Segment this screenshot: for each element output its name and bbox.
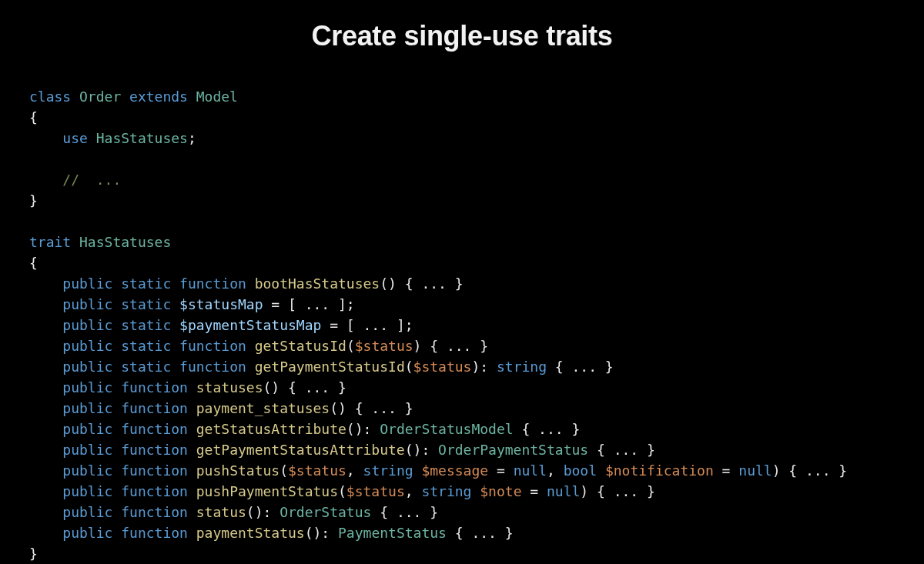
keyword-function: function — [121, 421, 188, 437]
keyword-extends: extends — [129, 88, 188, 105]
keyword-public: public — [62, 359, 112, 375]
keyword-static: static — [121, 296, 171, 312]
paren-open: ( — [405, 359, 413, 375]
body: { ... } — [447, 525, 514, 541]
class-name: Order — [79, 88, 121, 105]
colon: (): — [305, 525, 338, 541]
return-type: PaymentStatus — [338, 525, 447, 541]
keyword-function: function — [179, 359, 246, 375]
paren-close: ) { ... } — [413, 338, 489, 354]
param-var: $note — [480, 483, 521, 499]
null-keyword: null — [514, 462, 547, 479]
body: { ... } — [371, 504, 438, 520]
function-name: pushStatus — [196, 462, 280, 479]
type-hint: string — [363, 462, 413, 479]
space — [471, 483, 480, 499]
body: { ... } — [588, 442, 655, 458]
keyword-public: public — [62, 462, 112, 479]
keyword-use: use — [62, 130, 88, 146]
body: { ... } — [514, 421, 581, 437]
keyword-function: function — [121, 400, 188, 416]
space — [597, 462, 605, 479]
paren-close: ): — [471, 359, 497, 375]
brace-open: { — [29, 109, 38, 125]
keyword-public: public — [62, 483, 112, 499]
colon: (): — [346, 421, 380, 437]
paren-close: ) { ... } — [772, 462, 848, 479]
paren-open: ( — [346, 338, 355, 354]
keyword-public: public — [62, 442, 112, 458]
slide-title: Create single-use traits — [0, 20, 924, 52]
keyword-function: function — [121, 483, 188, 499]
comment: // ... — [62, 172, 121, 188]
space — [413, 462, 422, 479]
keyword-public: public — [62, 421, 112, 437]
function-name: status — [196, 504, 246, 520]
keyword-function: function — [121, 462, 188, 479]
semicolon: ; — [188, 130, 196, 146]
return-type: string — [497, 359, 547, 375]
keyword-trait: trait — [29, 234, 71, 250]
type-hint: bool — [564, 462, 597, 479]
keyword-public: public — [62, 400, 112, 416]
function-name: bootHasStatuses — [255, 275, 380, 292]
param-var: $message — [421, 462, 488, 479]
keyword-static: static — [121, 338, 171, 354]
code-block: class Order extends Model { use HasStatu… — [0, 86, 924, 564]
param-var: $notification — [605, 462, 714, 479]
brace-close: } — [29, 192, 38, 209]
keyword-class: class — [29, 88, 71, 105]
keyword-public: public — [62, 296, 112, 312]
keyword-function: function — [121, 442, 188, 458]
param-var: $status — [288, 462, 346, 479]
function-name: getStatusId — [255, 338, 346, 354]
function-name: getPaymentStatusAttribute — [196, 442, 405, 458]
assign: = [ ... ]; — [321, 317, 413, 333]
null-keyword: null — [547, 483, 580, 499]
keyword-function: function — [121, 525, 188, 541]
paren-close: ) { ... } — [580, 483, 655, 499]
variable: $statusMap — [179, 296, 263, 312]
keyword-static: static — [121, 275, 171, 292]
comma: , — [405, 483, 422, 499]
param-var: $status — [355, 338, 413, 354]
comma: , — [346, 462, 363, 479]
function-name: statuses — [196, 379, 263, 395]
return-type: OrderPaymentStatus — [438, 442, 588, 458]
trait-name: HasStatuses — [79, 234, 171, 250]
function-name: pushPaymentStatus — [196, 483, 338, 499]
keyword-public: public — [62, 317, 112, 333]
code-line: class Order extends Model — [29, 88, 238, 105]
keyword-public: public — [62, 379, 112, 395]
comma: , — [547, 462, 564, 479]
body: () { ... } — [263, 379, 346, 395]
body: { ... } — [397, 275, 464, 292]
trait-name: HasStatuses — [96, 130, 188, 146]
keyword-function: function — [121, 379, 188, 395]
keyword-function: function — [179, 338, 246, 354]
paren-open: ( — [280, 462, 288, 479]
return-type: OrderStatus — [280, 504, 371, 520]
colon: (): — [246, 504, 280, 520]
keyword-public: public — [62, 275, 112, 292]
parens: () — [380, 275, 397, 292]
keyword-public: public — [62, 338, 112, 354]
equals: = — [714, 462, 739, 479]
brace-open: { — [29, 255, 38, 271]
keyword-function: function — [179, 275, 246, 292]
class-name: Model — [196, 88, 238, 105]
type-hint: string — [421, 483, 471, 499]
function-name: getPaymentStatusId — [255, 359, 405, 375]
colon: (): — [405, 442, 438, 458]
body: () { ... } — [330, 400, 413, 416]
function-name: getStatusAttribute — [196, 421, 346, 437]
keyword-function: function — [121, 504, 188, 520]
keyword-public: public — [62, 504, 112, 520]
paren-open: ( — [338, 483, 346, 499]
return-type: OrderStatusModel — [380, 421, 513, 437]
variable: $paymentStatusMap — [179, 317, 321, 333]
function-name: payment_statuses — [196, 400, 330, 416]
equals: = — [488, 462, 514, 479]
body: { ... } — [547, 359, 614, 375]
equals: = — [521, 483, 547, 499]
